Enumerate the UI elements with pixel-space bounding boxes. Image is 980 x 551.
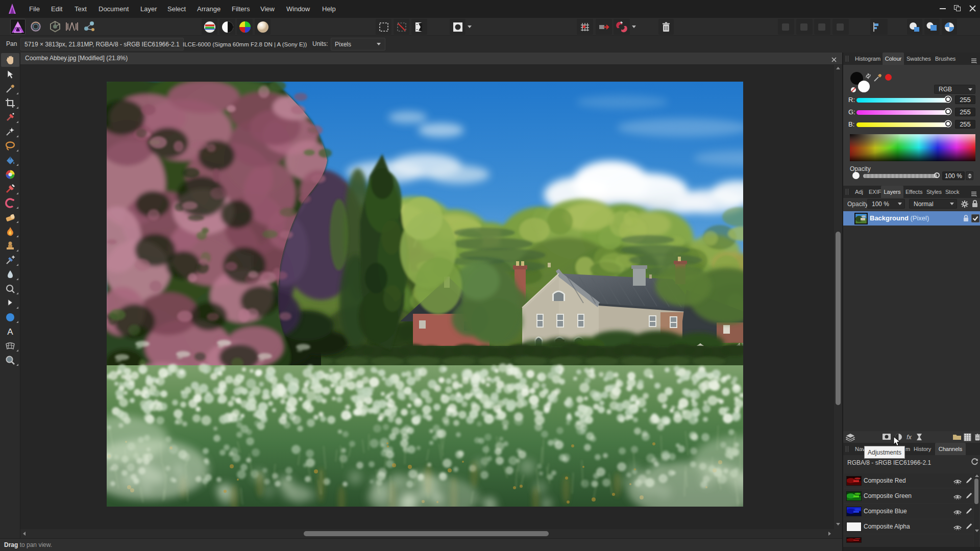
svg-text:A: A xyxy=(7,327,13,337)
svg-text:fx: fx xyxy=(906,434,912,441)
